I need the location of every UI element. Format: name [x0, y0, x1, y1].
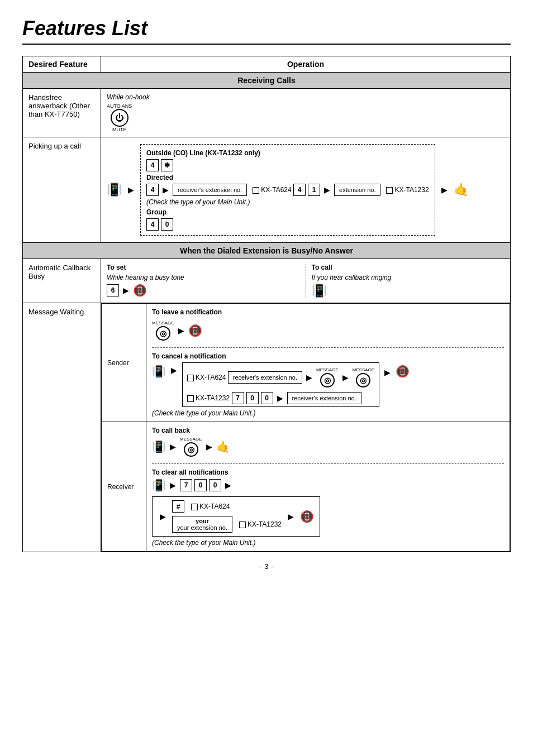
callback-call-col: To call If you hear callback ringing 📳 [306, 264, 505, 298]
key-4d: 4 [146, 218, 159, 231]
auto-ans-label: AUTO ANS [107, 103, 132, 109]
directed-row1: 4 ▶ receiver's extension no. KX-TA624 [146, 184, 292, 196]
hash-kxta624-row: # KX-TA624 [172, 500, 282, 513]
offhook-icon: 🤙 [454, 183, 469, 197]
leave-notif-ops: MESSAGE ◎ ▶ 📵 [152, 320, 202, 341]
while-busy-tone-label: While hearing a busy tone [107, 274, 300, 281]
col2-header: Operation [101, 56, 511, 73]
directed-label: Directed [146, 174, 429, 181]
callback-call-icon: 📳 [312, 284, 505, 298]
handset-down-icon: 📵 [133, 284, 147, 297]
sender-ops: To leave a notification MESSAGE ◎ ▶ 📵 [146, 304, 510, 422]
key-4b: 4 [146, 184, 159, 196]
cancel-notif-label: To cancel a notification [152, 352, 504, 360]
receiver-label: Receiver [102, 422, 146, 552]
to-call-back-label: To call back [152, 427, 504, 434]
arrow2: ▶ [441, 185, 448, 194]
ext-kxta1232-row: your your extension no. KX-TA1232 [172, 516, 282, 533]
check-main-unit-1: (Check the type of your Main Unit.) [146, 198, 429, 206]
clear-all-ops: 📳 ▶ 700 ▶ [152, 479, 233, 492]
key-4c: 4 [293, 184, 306, 196]
op-callback: To set While hearing a busy tone 6 ▶ 📵 T… [101, 259, 511, 303]
section-busy-noanswer: When the Dialed Extension is Busy/No Ans… [23, 243, 511, 259]
directed-row2: 41 ▶ extension no. KX-TA1232 [293, 184, 429, 196]
ext-no-2: extension no. [334, 184, 380, 196]
ringing-phone-icon: 📳 [107, 183, 122, 197]
key-star: ✱ [161, 159, 173, 171]
op-msgwaiting: Sender To leave a notification MESSAGE ◎ [101, 303, 511, 552]
leave-notif-label: To leave a notification [152, 308, 504, 316]
feature-pickup: Picking up a call [23, 137, 101, 243]
msg-icon-1: ◎ [156, 326, 170, 341]
outside-co-label: Outside (CO) Line (KX-TA1232 only) 4 ✱ [146, 149, 429, 171]
to-set-label: To set [107, 264, 300, 271]
clear-all-label: To clear all notifications [152, 468, 504, 476]
key-6: 6 [107, 284, 119, 296]
cancel-notif-ops: 📳 ▶ KX-TA624 receiver's extension no. ▶ [152, 362, 504, 407]
sender-label: Sender [102, 304, 146, 422]
handset-icon-leave: 📵 [188, 324, 202, 337]
receiver-ops: To call back 📳 ▶ MESSAGE ◎ ▶ 🤙 [146, 422, 510, 552]
cancel-kxta1232-row: KX-TA1232 700 ▶ receiver's extension no. [187, 390, 374, 404]
page-title: Features List [22, 17, 511, 40]
arrow1: ▶ [128, 185, 134, 194]
autoans-icon: ⏻ [111, 109, 129, 127]
page-number: – 3 – [22, 562, 511, 571]
col1-header: Desired Feature [23, 56, 101, 73]
mute-label: MUTE [112, 127, 127, 132]
feature-callback: Automatic Callback Busy [23, 259, 101, 303]
callback-set-keys: 6 ▶ 📵 [107, 284, 147, 297]
call-back-ops: 📳 ▶ MESSAGE ◎ ▶ 🤙 [152, 437, 230, 457]
cancel-kxta624-row: KX-TA624 receiver's extension no. ▶ MESS… [187, 365, 374, 387]
op-handsfree: While on-hook AUTO ANS ⏻ MUTE [101, 89, 511, 137]
feature-handsfree: Handsfree answerback (Other than KX-T775… [23, 89, 101, 137]
group-keys: 40 [146, 218, 173, 231]
section-receiving-calls: Receiving Calls [23, 73, 511, 89]
if-hear-label: If you hear callback ringing [312, 274, 505, 281]
msg-label-top: MESSAGE [152, 320, 174, 326]
to-call-label: To call [312, 264, 505, 271]
key-0: 0 [161, 218, 173, 231]
key-4: 4 [146, 159, 159, 171]
op-pickup: 📳 ▶ Outside (CO) Line (KX-TA1232 only) 4… [101, 137, 511, 243]
key-1: 1 [308, 184, 320, 196]
group-label: Group [146, 208, 429, 216]
check-main-unit-2: (Check the type of your Main Unit.) [152, 409, 504, 417]
while-onhook-label: While on-hook [107, 93, 150, 101]
check-main-unit-3: (Check the type of your Main Unit.) [152, 539, 504, 547]
callback-set-col: To set While hearing a busy tone 6 ▶ 📵 [107, 264, 306, 298]
ext-no-1: receiver's extension no. [173, 184, 247, 196]
clear-all-options: ▶ # KX-TA624 your you [152, 496, 504, 537]
feature-msgwaiting: Message Waiting [23, 303, 101, 552]
pickup-dashed-box: Outside (CO) Line (KX-TA1232 only) 4 ✱ D… [140, 144, 435, 236]
